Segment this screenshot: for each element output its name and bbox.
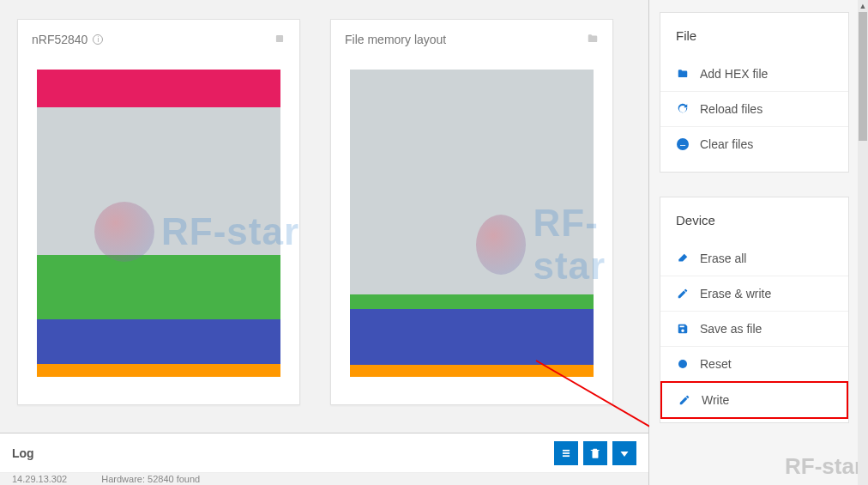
reload-files-button[interactable]: Reload files (660, 91, 848, 126)
pencil-icon (678, 393, 691, 407)
clear-files-label: Clear files (700, 137, 753, 151)
folder-icon (676, 67, 690, 81)
circle-minus-icon: – (676, 137, 690, 151)
sidebar-scrollbar[interactable]: ▲ (858, 0, 868, 485)
folder-icon (587, 33, 599, 47)
info-icon[interactable]: i (93, 34, 103, 45)
memory-segment (350, 70, 594, 294)
scroll-up-icon[interactable]: ▲ (859, 0, 867, 12)
erase-write-label: Erase & write (700, 287, 771, 300)
write-label: Write (702, 393, 729, 407)
add-hex-file-label: Add HEX file (700, 67, 768, 81)
log-timestamp: 14.29.13.302 (12, 474, 67, 484)
reload-icon (676, 102, 690, 116)
reload-files-label: Reload files (700, 102, 763, 116)
log-entry: 14.29.13.302 Hardware: 52840 found (0, 472, 648, 485)
memory-segment (350, 365, 594, 377)
pencil-icon (676, 287, 690, 300)
dot-icon (676, 357, 690, 371)
file-panel-title: File (660, 28, 848, 57)
svg-rect-4 (563, 455, 570, 457)
file-card-title: File memory layout (345, 33, 446, 46)
write-button[interactable]: Write (660, 381, 848, 419)
memory-segment (37, 319, 280, 364)
file-memory-card: File memory layout (330, 19, 613, 405)
svg-rect-2 (563, 449, 570, 451)
eraser-icon (676, 252, 690, 265)
log-title: Log (12, 446, 34, 460)
erase-all-button[interactable]: Erase all (660, 241, 848, 276)
log-toggle-button[interactable] (612, 441, 636, 465)
memory-segment (37, 255, 280, 319)
watermark: RF-star (785, 453, 863, 480)
erase-all-label: Erase all (700, 252, 746, 265)
chip-icon (274, 33, 286, 47)
memory-segment (37, 70, 280, 107)
svg-rect-0 (276, 34, 283, 41)
memory-segment (350, 294, 594, 309)
log-panel-header: Log (0, 433, 648, 472)
file-panel: File Add HEX file Reload files – (660, 12, 849, 173)
clear-files-button[interactable]: – Clear files (660, 126, 848, 161)
erase-write-button[interactable]: Erase & write (660, 276, 848, 311)
add-hex-file-button[interactable]: Add HEX file (660, 57, 848, 91)
device-memory-card: nRF52840 i (17, 19, 300, 405)
svg-rect-3 (563, 452, 570, 454)
device-panel-title: Device (660, 213, 848, 241)
log-message: Hardware: 52840 found (101, 474, 200, 484)
memory-segment (37, 364, 280, 377)
save-as-file-label: Save as file (700, 322, 762, 336)
device-memory-map (37, 70, 280, 377)
log-clear-button[interactable] (583, 441, 607, 465)
scrollbar-thumb[interactable] (859, 12, 867, 141)
save-as-file-button[interactable]: Save as file (660, 311, 848, 346)
memory-segment (37, 107, 280, 255)
reset-label: Reset (700, 357, 732, 371)
reset-button[interactable]: Reset (660, 346, 848, 381)
device-panel: Device 信 驰 达 Erase all Erase & write (660, 197, 849, 423)
save-icon (676, 322, 690, 336)
log-autoscroll-button[interactable] (554, 441, 578, 465)
memory-segment (350, 309, 594, 365)
device-card-title: nRF52840 (32, 33, 87, 46)
file-memory-map (350, 70, 594, 377)
